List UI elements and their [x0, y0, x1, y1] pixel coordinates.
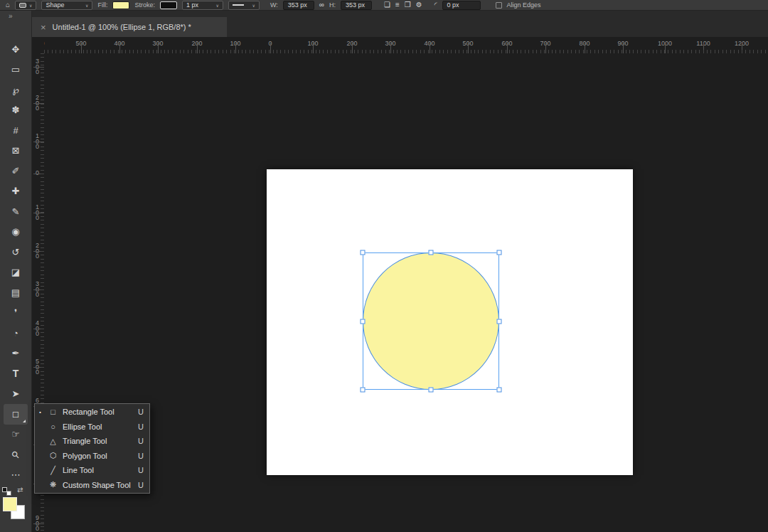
- flyout-item-line-tool[interactable]: ╱Line ToolU: [35, 463, 149, 478]
- flyout-item-label: Triangle Tool: [63, 437, 134, 445]
- flyout-item-shortcut: U: [138, 408, 144, 416]
- path-selection-tool[interactable]: ➤: [4, 384, 28, 405]
- link-dimensions-icon[interactable]: ∞: [319, 1, 324, 9]
- tool-mode-select[interactable]: Shape ∨: [41, 1, 92, 10]
- selection-handle-e[interactable]: [497, 319, 502, 324]
- ruler-tick: [742, 43, 742, 53]
- path-alignment-icon[interactable]: ≡: [395, 1, 400, 9]
- zoom-tool[interactable]: ⚲: [4, 445, 28, 465]
- height-label: H:: [329, 1, 336, 9]
- clone-stamp-tool[interactable]: ◉: [4, 222, 28, 243]
- selection-handle-sw[interactable]: [361, 388, 366, 393]
- width-label: W:: [270, 1, 278, 9]
- history-brush-tool-icon: ↺: [12, 247, 20, 257]
- stroke-width-select[interactable]: 1 px ∨: [182, 1, 223, 10]
- flyout-item-rectangle-tool-icon: □: [48, 408, 58, 416]
- tool-preset-picker[interactable]: ∨: [15, 1, 36, 10]
- history-brush-tool[interactable]: ↺: [4, 242, 28, 262]
- ruler-tick: [81, 43, 82, 53]
- default-colors-icon[interactable]: [2, 487, 12, 496]
- brush-tool-icon: ✎: [12, 206, 20, 217]
- flyout-item-custom-shape-tool[interactable]: ❋Custom Shape ToolU: [35, 478, 149, 493]
- frame-tool[interactable]: ⊠: [4, 141, 28, 161]
- ruler-tick: [352, 43, 353, 53]
- zoom-tool-icon: ⚲: [9, 449, 21, 461]
- crop-tool[interactable]: #: [4, 120, 28, 141]
- collapse-panel-icon[interactable]: »: [0, 11, 31, 22]
- ruler-tick: [33, 523, 44, 524]
- flyout-item-polygon-tool[interactable]: ⬡Polygon ToolU: [35, 449, 149, 464]
- rectangle-tool[interactable]: □: [4, 404, 28, 425]
- flyout-item-line-tool-icon: ╱: [48, 466, 58, 475]
- stroke-type-select[interactable]: ∨: [228, 1, 260, 10]
- dodge-tool[interactable]: ◔: [4, 323, 28, 344]
- pen-tool-icon: ✒: [12, 348, 20, 358]
- eraser-tool-icon: ◪: [11, 267, 20, 277]
- hand-tool[interactable]: ☞: [4, 425, 28, 445]
- fill-label: Fill:: [97, 1, 107, 9]
- eyedropper-tool[interactable]: ✐: [4, 161, 28, 181]
- selection-handle-nw[interactable]: [361, 250, 366, 255]
- stroke-label: Stroke:: [134, 1, 155, 9]
- move-tool[interactable]: ✥: [4, 39, 28, 60]
- swap-colors-icon[interactable]: ⇄: [17, 486, 23, 494]
- rectangular-marquee-tool[interactable]: ▭: [4, 60, 28, 80]
- align-edges-checkbox[interactable]: [496, 2, 502, 9]
- width-input[interactable]: 353 px: [283, 1, 314, 10]
- document-tabstrip: × Untitled-1 @ 100% (Ellipse 1, RGB/8*) …: [32, 11, 768, 37]
- blur-tool-icon: ❜: [14, 307, 17, 318]
- ruler-tick: [197, 43, 198, 53]
- pen-tool[interactable]: ✒: [4, 344, 28, 364]
- stroke-width-value: 1 px: [186, 1, 198, 9]
- crop-tool-icon: #: [13, 125, 18, 136]
- stroke-swatch[interactable]: [160, 1, 177, 9]
- flyout-item-label: Line Tool: [63, 466, 134, 474]
- shape-tool-preview-icon: [19, 3, 26, 8]
- path-arrangement-icon[interactable]: ❐: [405, 1, 411, 9]
- brush-tool[interactable]: ✎: [4, 201, 28, 222]
- selection-handle-w[interactable]: [361, 319, 366, 324]
- ruler-tick: [545, 43, 546, 53]
- selection-handle-n[interactable]: [429, 250, 434, 255]
- type-tool[interactable]: T: [4, 363, 28, 384]
- path-operations-icon[interactable]: ❏: [384, 1, 390, 9]
- path-selection-tool-icon: ➤: [12, 388, 20, 399]
- selection-handle-se[interactable]: [497, 388, 502, 393]
- flyout-item-shortcut: U: [138, 437, 144, 445]
- home-icon[interactable]: ⌂: [6, 1, 10, 9]
- edit-toolbar-icon: ⋯: [11, 469, 21, 480]
- blur-tool[interactable]: ❜: [4, 303, 28, 324]
- close-tab-icon[interactable]: ×: [41, 22, 46, 33]
- document-tab[interactable]: × Untitled-1 @ 100% (Ellipse 1, RGB/8*) …: [32, 17, 227, 37]
- ruler-tick: [33, 142, 44, 142]
- corner-radius-input[interactable]: 0 px: [442, 1, 481, 10]
- shape-settings-gear-icon[interactable]: ⚙: [416, 1, 422, 9]
- gradient-tool-icon: ▤: [11, 287, 20, 298]
- horizontal-ruler[interactable]: 0500400300200100010020030040050060070080…: [44, 37, 768, 53]
- selection-handle-ne[interactable]: [497, 250, 502, 255]
- spot-healing-brush-tool[interactable]: ✚: [4, 181, 28, 202]
- edit-toolbar[interactable]: ⋯: [4, 465, 28, 486]
- flyout-item-shortcut: U: [138, 452, 144, 460]
- ruler-tick: [507, 43, 508, 53]
- quick-selection-tool[interactable]: ✽: [4, 100, 28, 121]
- canvas[interactable]: [267, 169, 633, 475]
- eraser-tool[interactable]: ◪: [4, 262, 28, 283]
- ruler-tick: [33, 67, 44, 68]
- ruler-corner: [32, 37, 44, 53]
- flyout-item-triangle-tool[interactable]: △Triangle ToolU: [35, 434, 149, 449]
- flyout-item-ellipse-tool[interactable]: ○Ellipse ToolU: [35, 420, 149, 435]
- fill-swatch[interactable]: [112, 1, 129, 9]
- selection-handle-s[interactable]: [429, 388, 434, 393]
- flyout-item-rectangle-tool[interactable]: ▪□Rectangle ToolU: [35, 405, 149, 420]
- default-foreground-mini: [2, 487, 7, 492]
- foreground-swatch[interactable]: [3, 497, 17, 511]
- chevron-down-icon: ∨: [252, 3, 255, 8]
- height-input[interactable]: 353 px: [341, 1, 372, 10]
- chevron-down-icon: ∨: [216, 3, 219, 8]
- shape-selection: [363, 252, 499, 390]
- gradient-tool[interactable]: ▤: [4, 282, 28, 303]
- ruler-tick: [665, 43, 666, 53]
- lasso-tool[interactable]: ℘: [4, 80, 28, 100]
- ruler-tick: [33, 174, 44, 174]
